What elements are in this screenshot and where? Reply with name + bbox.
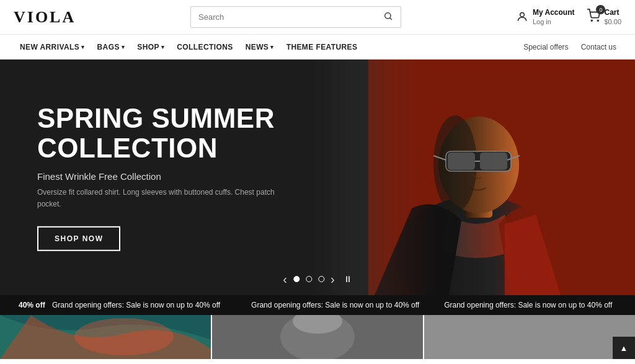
hero-section: SPRING SUMMER COLLECTION Finest Wrinkle … [0, 60, 635, 295]
nav-right: Special offers Contact us [518, 43, 621, 51]
slider-dot-1[interactable] [293, 276, 300, 282]
search-icon-button[interactable] [383, 11, 393, 23]
slider-controls: ‹ › ⏸ [283, 273, 352, 285]
account-button[interactable]: My Account Log in [516, 8, 575, 27]
scroll-top-button[interactable]: ▲ [613, 337, 635, 359]
cart-icon-wrapper: 0 [587, 9, 600, 25]
search-input[interactable] [198, 12, 381, 22]
nav-item-shop[interactable]: SHOP ▾ [131, 35, 171, 60]
account-sub-label: Log in [533, 17, 575, 26]
site-header: VIOLA My Account Log in 0 [0, 0, 635, 35]
ticker-separator: Grand opening offers: Sale is now on up … [239, 301, 432, 309]
nav-item-news[interactable]: NEWS ▾ [239, 35, 280, 60]
hero-content: SPRING SUMMER COLLECTION Finest Wrinkle … [37, 104, 285, 251]
header-right: My Account Log in 0 Cart $0.00 [516, 8, 621, 27]
cart-button[interactable]: 0 Cart $0.00 [587, 8, 621, 27]
slider-next-button[interactable]: › [331, 273, 335, 285]
svg-rect-22 [424, 315, 635, 359]
slider-dot-2[interactable] [306, 276, 312, 282]
slider-pause-button[interactable]: ⏸ [344, 274, 352, 284]
ticker-item-1: 40% off Grand opening offers: Sale is no… [0, 301, 239, 309]
chevron-down-icon: ▾ [122, 44, 125, 50]
ticker-item-3: Grand opening offers: Sale is now on up … [432, 301, 624, 309]
account-top-label: My Account [533, 8, 575, 18]
user-icon [516, 11, 528, 23]
hero-title: SPRING SUMMER COLLECTION [37, 104, 285, 162]
bottom-thumbnails: ▲ [0, 315, 635, 359]
thumbnail-1[interactable] [0, 315, 211, 359]
chevron-down-icon: ▾ [81, 44, 84, 50]
nav-item-bags[interactable]: BAGS ▾ [91, 35, 131, 60]
svg-rect-10 [448, 153, 475, 170]
ticker-content: 40% off Grand opening offers: Sale is no… [0, 301, 635, 309]
svg-rect-15 [313, 60, 437, 295]
chevron-down-icon: ▾ [161, 44, 164, 50]
slider-dot-3[interactable] [318, 276, 324, 282]
cart-top-label: Cart [604, 8, 621, 18]
thumb-3-decoration [424, 315, 635, 359]
logo[interactable]: VIOLA [14, 8, 76, 27]
nav-item-new-arrivals[interactable]: NEW ARRIVALS ▾ [14, 35, 91, 60]
svg-point-17 [74, 318, 174, 355]
slider-prev-button[interactable]: ‹ [283, 273, 287, 285]
svg-point-3 [592, 20, 593, 22]
thumb-1-decoration [0, 315, 211, 359]
shop-now-button[interactable]: SHOP NOW [37, 226, 120, 251]
chevron-down-icon: ▾ [270, 44, 273, 50]
nav-item-collections[interactable]: COLLECTIONS [171, 35, 239, 60]
cart-sub-label: $0.00 [604, 17, 621, 26]
svg-point-4 [598, 20, 599, 22]
hero-person-illustration [313, 60, 635, 295]
thumb-2-decoration [212, 315, 423, 359]
hero-description: Oversize fit collared shirt. Long sleeve… [37, 187, 285, 210]
main-nav: NEW ARRIVALS ▾ BAGS ▾ SHOP ▾ COLLECTIONS… [0, 35, 635, 60]
nav-item-theme-features[interactable]: THEME FEATURES [280, 35, 364, 60]
svg-line-1 [389, 17, 392, 20]
nav-contact-us[interactable]: Contact us [576, 43, 621, 51]
search-icon [383, 11, 393, 21]
cart-label: Cart $0.00 [604, 8, 621, 27]
hero-figure [313, 60, 635, 295]
search-bar [190, 6, 401, 28]
nav-special-offers[interactable]: Special offers [518, 43, 574, 51]
thumbnail-3[interactable] [424, 315, 635, 359]
account-label: My Account Log in [533, 8, 575, 27]
svg-rect-11 [480, 153, 507, 170]
thumbnail-2[interactable] [212, 315, 423, 359]
ticker-item-4: Grand opening offers: Sale is now on up … [624, 301, 635, 309]
ticker-bar: 40% off Grand opening offers: Sale is no… [0, 295, 635, 315]
nav-left: NEW ARRIVALS ▾ BAGS ▾ SHOP ▾ COLLECTIONS… [14, 35, 363, 60]
hero-subtitle: Finest Wrinkle Free Collection [37, 171, 285, 182]
svg-point-2 [520, 13, 525, 17]
